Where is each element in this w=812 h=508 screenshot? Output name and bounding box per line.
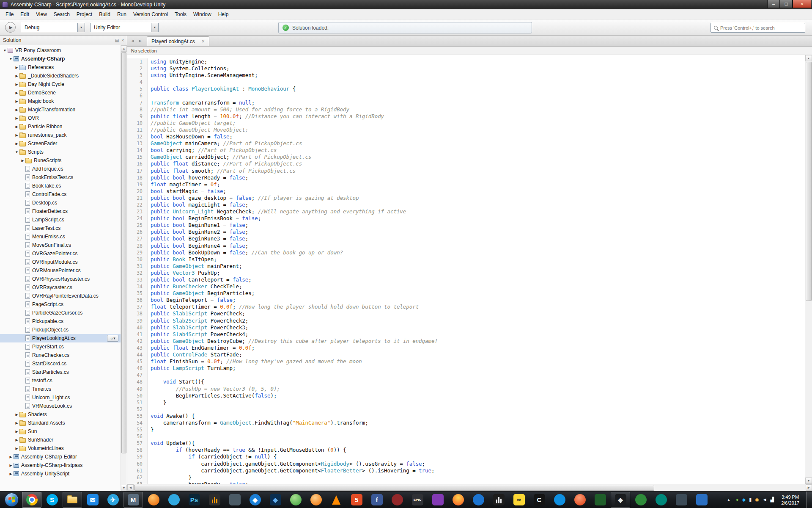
tray-tray-app-1-icon[interactable]: ● <box>736 497 739 502</box>
maximize-button[interactable]: □ <box>780 0 793 8</box>
tree-item-day-night-cycle[interactable]: ▶Day Night Cycle <box>0 80 121 88</box>
run-button[interactable]: ▶ <box>5 22 16 33</box>
menu-file[interactable]: File <box>2 10 17 19</box>
expand-arrow-icon[interactable]: ▶ <box>14 83 19 86</box>
taskbar-app-compass[interactable]: ◆ <box>245 492 265 508</box>
tree-item-testoff-cs[interactable]: testoff.cs <box>0 376 121 385</box>
taskbar-app-flame-app[interactable] <box>448 492 468 508</box>
taskbar-app-blue-ball-2[interactable] <box>550 492 569 508</box>
scrollbar-thumb[interactable] <box>134 485 654 491</box>
taskbar-clock[interactable]: 3:49 PM 2/6/2017 <box>777 494 803 506</box>
collapse-arrow-icon[interactable]: ▼ <box>8 57 14 61</box>
menu-window[interactable]: Window <box>190 10 215 19</box>
expand-arrow-icon[interactable]: ▶ <box>8 464 14 467</box>
item-options-button[interactable]: ☼▾ <box>107 335 118 342</box>
tray-tray-app-3-icon[interactable]: ▮ <box>749 497 752 502</box>
expand-arrow-icon[interactable]: ▶ <box>8 455 14 459</box>
nav-back-button[interactable]: ◀ <box>129 38 136 44</box>
tree-item-ovrgazepointer-cs[interactable]: OVRGazePointer.cs <box>0 249 121 258</box>
search-input[interactable] <box>720 25 802 30</box>
expand-arrow-icon[interactable]: ▶ <box>14 116 19 120</box>
scroll-left-arrow[interactable]: ◀ <box>127 484 134 491</box>
taskbar-app-facebook[interactable]: f <box>367 492 387 508</box>
tree-item-doublesidedshaders[interactable]: ▶_DoubleSidedShaders <box>0 72 121 80</box>
tree-item-unicorn-light-cs[interactable]: Unicorn_Light.cs <box>0 393 121 402</box>
tree-item-ovrinputmodule-cs[interactable]: OVRInputModule.cs <box>0 258 121 266</box>
scroll-right-arrow[interactable]: ▶ <box>806 484 812 491</box>
tree-item-magictransformation[interactable]: ▶MagicTransformation <box>0 105 121 114</box>
collapse-arrow-icon[interactable]: ▼ <box>2 49 8 52</box>
expand-arrow-icon[interactable]: ▶ <box>14 142 19 146</box>
taskbar-app-waveform-app[interactable] <box>489 492 508 508</box>
menu-view[interactable]: View <box>33 10 50 19</box>
taskbar-app-telegram[interactable]: ✈ <box>103 492 123 508</box>
taskbar-app-skype[interactable]: S <box>42 492 62 508</box>
taskbar-app-darkgreen-app[interactable] <box>590 492 610 508</box>
expand-arrow-icon[interactable]: ▶ <box>14 430 19 433</box>
tree-item-particle-ribbon[interactable]: ▶Particle Ribbon <box>0 122 121 131</box>
taskbar-app-app-99[interactable]: 99 <box>509 492 529 508</box>
expand-arrow-icon[interactable]: ▶ <box>14 438 19 442</box>
menu-version-control[interactable]: Version Control <box>130 10 171 19</box>
taskbar-app-green-ball-2[interactable] <box>631 492 650 508</box>
expand-arrow-icon[interactable]: ▶ <box>14 125 19 129</box>
scrollbar-thumb[interactable] <box>121 52 126 453</box>
tree-item-magic-book[interactable]: ▶Magic book <box>0 97 121 105</box>
tree-item-particlegazecursor-cs[interactable]: ParticleGazeCursor.cs <box>0 309 121 317</box>
tree-item-vrmouselook-cs[interactable]: VRMouseLook.cs <box>0 402 121 410</box>
taskbar-app-teal-ball[interactable] <box>651 492 671 508</box>
expand-arrow-icon[interactable]: ▶ <box>14 413 19 417</box>
taskbar-app-shield5[interactable]: 5 <box>347 492 366 508</box>
tree-item-controlfade-cs[interactable]: ControlFade.cs <box>0 190 121 199</box>
taskbar-app-chrome[interactable] <box>22 492 41 508</box>
tree-item-playerlookingat-cs[interactable]: PlayerLookingAt.cs☼▾ <box>0 334 121 342</box>
taskbar-app-purple-app[interactable] <box>428 492 447 508</box>
taskbar-app-epic-games[interactable]: EPIC <box>408 492 427 508</box>
tree-item-ovr[interactable]: ▶OVR <box>0 114 121 122</box>
taskbar-app-red-ball[interactable] <box>570 492 590 508</box>
tree-item-assembly-csharp-firstpass[interactable]: ▶Assembly-CSharp-firstpass <box>0 461 121 469</box>
run-target-dropdown[interactable]: Unity Editor ▼ <box>90 23 159 32</box>
tree-item-runestones-pack[interactable]: ▶runestones_pack <box>0 131 121 139</box>
tab-playerlookingat[interactable]: PlayerLookingAt.cs × <box>147 36 209 46</box>
breadcrumb[interactable]: No selection <box>127 47 812 55</box>
tree-item-menuemiss-cs[interactable]: MenuEmiss.cs <box>0 232 121 241</box>
taskbar-app-messenger[interactable]: ✉ <box>83 492 102 508</box>
menu-help[interactable]: Help <box>215 10 232 19</box>
tray-tray-app-2-icon[interactable]: ◆ <box>742 497 746 502</box>
tree-item-ovrraypointereventdata-cs[interactable]: OVRRayPointerEventData.cs <box>0 292 121 300</box>
taskbar-app-firefox[interactable] <box>144 492 163 508</box>
tree-item-scripts[interactable]: ▼Scripts <box>0 148 121 156</box>
taskbar-app-slate-app[interactable] <box>672 492 691 508</box>
taskbar-app-unity[interactable]: ◈ <box>611 492 630 508</box>
tree-item-volumetriclines[interactable]: ▶VolumetricLines <box>0 444 121 453</box>
tree-item-pickupable-cs[interactable]: Pickupable.cs <box>0 317 121 326</box>
tray-volume-icon[interactable]: ◄ <box>763 497 767 502</box>
tree-item-runechecker-cs[interactable]: RuneChecker.cs <box>0 351 121 359</box>
expand-arrow-icon[interactable]: ▶ <box>14 421 19 425</box>
taskbar-app-darkred-app[interactable] <box>387 492 407 508</box>
scroll-up-arrow[interactable]: ▲ <box>121 45 127 52</box>
configuration-dropdown[interactable]: Debug ▼ <box>21 23 85 32</box>
expand-arrow-icon[interactable]: ▶ <box>14 133 19 137</box>
tree-item-assembly-csharp[interactable]: ▼Assembly-CSharp <box>0 55 121 63</box>
scrollbar-thumb[interactable] <box>806 62 812 301</box>
menu-project[interactable]: Project <box>73 10 96 19</box>
minimize-button[interactable]: – <box>767 0 780 8</box>
tree-item-demoscene[interactable]: ▶DemoScene <box>0 88 121 97</box>
collapse-arrow-icon[interactable]: ▼ <box>14 150 19 154</box>
taskbar-app-gray-app[interactable] <box>225 492 244 508</box>
expand-arrow-icon[interactable]: ▶ <box>8 472 14 476</box>
tree-item-pagescript-cs[interactable]: PageScript.cs <box>0 300 121 309</box>
tree-item-lasertest-cs[interactable]: LaserTest.cs <box>0 224 121 232</box>
tree-item-runescripts[interactable]: ▶RuneScripts <box>0 156 121 165</box>
scroll-up-arrow[interactable]: ▲ <box>805 55 812 61</box>
chevron-down-icon[interactable]: ▼ <box>77 23 85 32</box>
menu-search[interactable]: Search <box>50 10 73 19</box>
show-desktop-button[interactable] <box>807 491 812 508</box>
tray-network-icon[interactable]: ▟ <box>771 497 774 502</box>
tree-item-ovrphysicsraycaster-cs[interactable]: OVRPhysicsRaycaster.cs <box>0 275 121 283</box>
tree-item-movesunfinal-cs[interactable]: MoveSunFinal.cs <box>0 241 121 249</box>
taskbar-app-explorer[interactable] <box>63 492 82 508</box>
code-editor[interactable]: 1using UnityEngine;2using System.Collect… <box>127 55 812 484</box>
